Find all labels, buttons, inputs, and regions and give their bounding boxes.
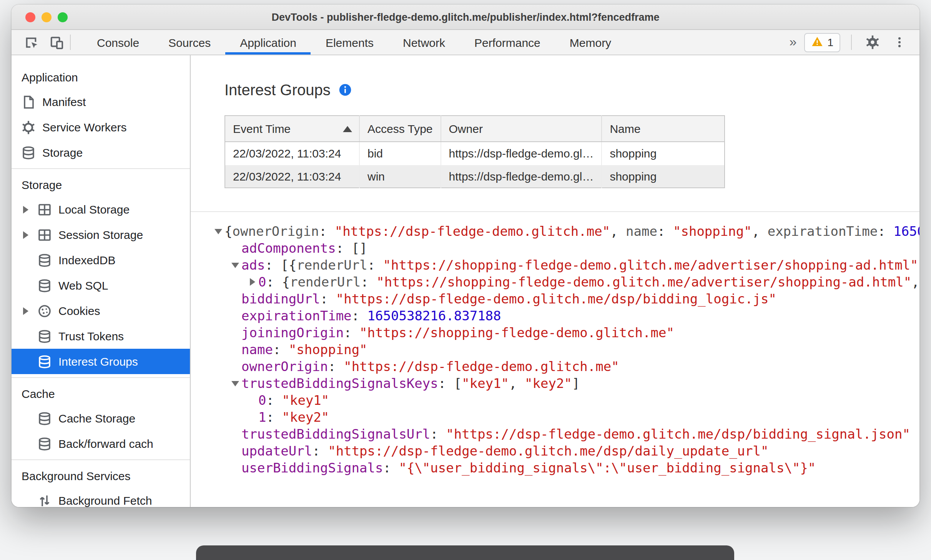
table-cell[interactable]: https://dsp-fledge-demo.gl… — [441, 165, 602, 188]
tab-memory[interactable]: Memory — [555, 30, 626, 55]
devtools-window: DevTools - publisher-fledge-demo.glitch.… — [12, 5, 919, 507]
punctuation: [] — [352, 240, 367, 256]
sidebar-section-application[interactable]: Application — [12, 65, 190, 89]
device-toolbar-icon[interactable] — [46, 32, 66, 52]
table-cell[interactable]: bid — [359, 142, 441, 165]
number-value: 1650538216.837188 — [367, 308, 501, 323]
expand-arrow-icon[interactable] — [21, 231, 31, 239]
tree-line[interactable]: trustedBiddingSignalsKeys: ["key1", "key… — [212, 375, 919, 392]
sidebar-item-manifest[interactable]: Manifest — [12, 89, 190, 114]
sidebar-divider — [12, 459, 190, 460]
kebab-menu-icon[interactable] — [889, 32, 909, 52]
sidebar-item-interest-groups[interactable]: Interest Groups — [12, 349, 190, 374]
sidebar-item-storage[interactable]: Storage — [12, 140, 190, 165]
tree-line[interactable]: expirationTime: 1650538216.837188 — [212, 307, 919, 324]
json-key: adComponents — [241, 240, 336, 256]
database-icon — [37, 252, 52, 268]
table-body: 22/03/2022, 11:03:24bidhttps://dsp-fledg… — [225, 142, 725, 188]
table-cell[interactable]: shopping — [602, 165, 725, 188]
column-header-event-time[interactable]: Event Time — [225, 116, 359, 142]
table-cell[interactable]: shopping — [602, 142, 725, 165]
tree: {ownerOrigin: "https://dsp-fledge-demo.g… — [212, 223, 919, 476]
sidebar-item-back-forward-cach[interactable]: Back/forward cach — [12, 431, 190, 456]
sidebar-item-background-fetch[interactable]: Background Fetch — [12, 488, 190, 507]
punctuation: : — [878, 224, 893, 239]
tree-expanded-arrow-icon[interactable] — [212, 229, 224, 234]
manifest-icon — [21, 94, 36, 109]
inspect-icon[interactable] — [21, 32, 41, 52]
tree-line[interactable]: biddingUrl: "https://dsp-fledge-demo.gli… — [212, 290, 919, 307]
punctuation: [ — [454, 376, 462, 391]
zoom-button[interactable] — [58, 12, 68, 22]
table-cell[interactable]: win — [359, 165, 441, 188]
tree-line[interactable]: name: "shopping" — [212, 341, 919, 358]
json-key: ownerOrigin — [241, 359, 328, 374]
minimize-button[interactable] — [42, 12, 52, 22]
sidebar-item-service-workers[interactable]: Service Workers — [12, 114, 190, 140]
tree-collapsed-arrow-icon[interactable] — [246, 278, 258, 286]
punctuation: ] — [572, 376, 580, 391]
table-row[interactable]: 22/03/2022, 11:03:24winhttps://dsp-fledg… — [225, 165, 725, 188]
tree-line[interactable]: 0: "key1" — [212, 392, 919, 409]
tree-line[interactable]: joiningOrigin: "https://shopping-fledge-… — [212, 324, 919, 341]
table-row[interactable]: 22/03/2022, 11:03:24bidhttps://dsp-fledg… — [225, 142, 725, 165]
punctuation: ,…} — [911, 274, 919, 290]
sidebar-item-web-sql[interactable]: Web SQL — [12, 273, 190, 298]
tree-line[interactable]: adComponents: [] — [212, 240, 919, 257]
tree-line[interactable]: updateUrl: "https://dsp-fledge-demo.glit… — [212, 442, 919, 459]
warnings-badge[interactable]: 1 — [804, 33, 840, 52]
sidebar-item-indexeddb[interactable]: IndexedDB — [12, 247, 190, 273]
sidebar-item-trust-tokens[interactable]: Trust Tokens — [12, 323, 190, 349]
punctuation: : — [352, 308, 367, 323]
punctuation: : — [657, 224, 673, 239]
punctuation: , — [752, 224, 768, 239]
punctuation: : — [336, 240, 352, 256]
tab-sources[interactable]: Sources — [154, 30, 225, 55]
close-button[interactable] — [25, 12, 35, 22]
string-value: "key2" — [525, 376, 572, 391]
tab-elements[interactable]: Elements — [311, 30, 388, 55]
sidebar-item-cookies[interactable]: Cookies — [12, 298, 190, 323]
column-header-owner[interactable]: Owner — [441, 116, 602, 142]
tree-line[interactable]: trustedBiddingSignalsUrl: "https://dsp-f… — [212, 426, 919, 442]
column-header-access-type[interactable]: Access Type — [359, 116, 441, 142]
tab-application[interactable]: Application — [225, 30, 311, 55]
tab-performance[interactable]: Performance — [460, 30, 555, 55]
tree-line[interactable]: {ownerOrigin: "https://dsp-fledge-demo.g… — [212, 223, 919, 240]
punctuation: : — [266, 393, 282, 408]
tree-line[interactable]: 0: {renderUrl: "https://shopping-fledge-… — [212, 273, 919, 290]
table-cell[interactable]: 22/03/2022, 11:03:24 — [225, 165, 359, 188]
sidebar-section-cache[interactable]: Cache — [12, 381, 190, 406]
punctuation: : — [344, 325, 359, 340]
tree-line[interactable]: ads: [{renderUrl: "https://shopping-fled… — [212, 257, 919, 273]
tab-console[interactable]: Console — [82, 30, 154, 55]
column-header-name[interactable]: Name — [602, 116, 725, 142]
tree-line[interactable]: ownerOrigin: "https://dsp-fledge-demo.gl… — [212, 358, 919, 375]
punctuation: : — [265, 257, 281, 273]
sidebar-item-local-storage[interactable]: Local Storage — [12, 197, 190, 222]
table-cell[interactable]: https://dsp-fledge-demo.gl… — [441, 142, 602, 165]
table-cell[interactable]: 22/03/2022, 11:03:24 — [225, 142, 359, 165]
string-value: "https://shopping-fledge-demo.glitch.me" — [359, 325, 674, 340]
punctuation: , — [610, 224, 626, 239]
sidebar-item-label: Service Workers — [42, 121, 127, 134]
expand-arrow-icon[interactable] — [21, 205, 31, 213]
sidebar-item-session-storage[interactable]: Session Storage — [12, 222, 190, 247]
tree-expanded-arrow-icon[interactable] — [229, 381, 241, 386]
sidebar-section-storage[interactable]: Storage — [12, 172, 190, 197]
interest-group-details: {ownerOrigin: "https://dsp-fledge-demo.g… — [191, 211, 919, 476]
expand-arrow-icon[interactable] — [21, 307, 31, 315]
punctuation: : — [266, 409, 282, 425]
tree-expanded-arrow-icon[interactable] — [229, 262, 241, 268]
sidebar-item-label: Background Fetch — [58, 494, 152, 507]
more-tabs-button[interactable]: » — [781, 30, 804, 55]
panel-title-row: Interest Groups — [224, 78, 919, 101]
settings-gear-icon[interactable] — [863, 32, 883, 52]
tab-network[interactable]: Network — [388, 30, 460, 55]
tree-line[interactable]: userBiddingSignals: "{\"user_bidding_sig… — [212, 459, 919, 476]
info-icon[interactable] — [338, 83, 352, 97]
tree-line[interactable]: 1: "key2" — [212, 409, 919, 426]
json-key: expirationTime — [241, 308, 352, 323]
sidebar-item-cache-storage[interactable]: Cache Storage — [12, 406, 190, 431]
sidebar-section-background-services[interactable]: Background Services — [12, 463, 190, 488]
